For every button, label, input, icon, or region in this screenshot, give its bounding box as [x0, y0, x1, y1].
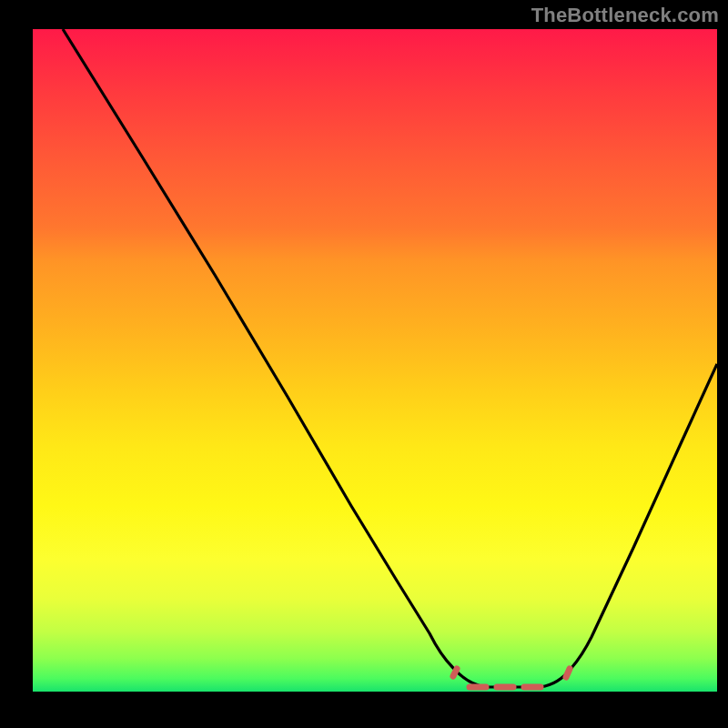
attribution-label: TheBottleneck.com	[531, 4, 719, 27]
curve-path	[63, 29, 717, 687]
chart-frame: TheBottleneck.com	[0, 0, 728, 728]
bottleneck-curve	[33, 29, 717, 692]
svg-line-0	[453, 669, 457, 676]
svg-line-4	[566, 669, 570, 677]
